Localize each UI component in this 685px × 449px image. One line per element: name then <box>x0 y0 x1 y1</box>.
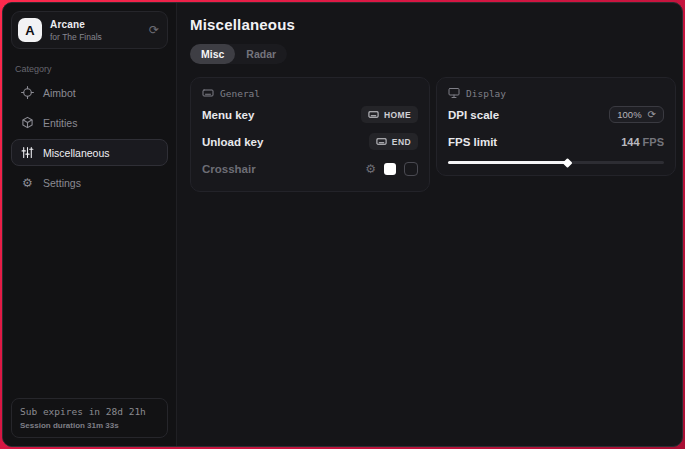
panels-row: General Menu key HOME Unload key <box>190 77 676 192</box>
slider-thumb[interactable] <box>562 158 572 168</box>
app-window: A Arcane for The Finals ⟳ Category Aimbo… <box>2 2 683 447</box>
display-panel: Display DPI scale 100% ⟳ FPS limit 144 <box>436 77 676 176</box>
keyboard-icon <box>368 109 379 120</box>
crosshair-settings-gear-icon[interactable]: ⚙ <box>365 163 376 175</box>
sidebar-item-aimbot[interactable]: Aimbot <box>11 79 168 106</box>
fps-limit-slider[interactable] <box>448 161 664 164</box>
dpi-scale-value: 100% <box>617 109 641 120</box>
unload-key-row: Unload key END <box>202 130 418 153</box>
tab-radar[interactable]: Radar <box>235 44 287 64</box>
entities-box-icon <box>21 116 34 129</box>
sidebar-item-label: Settings <box>43 177 81 189</box>
sidebar-nav: Aimbot Entities Miscellaneous <box>11 79 168 196</box>
app-subtitle: for The Finals <box>50 32 102 42</box>
sidebar-item-label: Aimbot <box>43 87 76 99</box>
tab-bar: Misc Radar <box>190 44 287 64</box>
display-panel-title: Display <box>466 88 506 99</box>
page-title: Miscellaneous <box>190 16 676 33</box>
gear-icon: ⚙ <box>21 176 34 189</box>
crosshair-row: Crosshair ⚙ <box>202 157 418 180</box>
general-panel-title: General <box>220 88 260 99</box>
menu-key-value: HOME <box>384 110 411 120</box>
crosshair-controls: ⚙ <box>365 162 418 176</box>
dpi-scale-select[interactable]: 100% ⟳ <box>609 106 664 123</box>
app-header-card: A Arcane for The Finals ⟳ <box>11 11 168 49</box>
tab-misc[interactable]: Misc <box>190 44 235 64</box>
dpi-scale-label: DPI scale <box>448 109 499 121</box>
sidebar-item-label: Entities <box>43 117 77 129</box>
display-panel-header: Display <box>448 87 664 99</box>
sidebar-item-miscellaneous[interactable]: Miscellaneous <box>11 139 168 166</box>
app-name: Arcane <box>50 19 102 30</box>
slider-fill <box>448 161 567 164</box>
category-label: Category <box>15 64 164 74</box>
sidebar-item-entities[interactable]: Entities <box>11 109 168 136</box>
refresh-icon[interactable]: ⟳ <box>147 22 161 38</box>
sliders-icon <box>21 146 34 159</box>
fps-limit-value: 144 FPS <box>621 136 664 148</box>
accent-backdrop: A Arcane for The Finals ⟳ Category Aimbo… <box>0 0 685 449</box>
fps-limit-label: FPS limit <box>448 136 497 148</box>
sidebar: A Arcane for The Finals ⟳ Category Aimbo… <box>3 3 177 446</box>
menu-key-bind-button[interactable]: HOME <box>361 106 418 123</box>
main-content: Miscellaneous Misc Radar General Menu ke… <box>177 3 683 446</box>
general-panel-header: General <box>202 87 418 99</box>
session-duration-text: Session duration 31m 33s <box>20 421 159 430</box>
sidebar-item-settings[interactable]: ⚙ Settings <box>11 169 168 196</box>
crosshair-label: Crosshair <box>202 163 256 175</box>
unload-key-value: END <box>392 137 411 147</box>
menu-key-row: Menu key HOME <box>202 103 418 126</box>
general-panel: General Menu key HOME Unload key <box>190 77 430 192</box>
keyboard-icon <box>202 87 214 99</box>
app-meta: Arcane for The Finals <box>50 19 102 42</box>
dpi-scale-row: DPI scale 100% ⟳ <box>448 103 664 126</box>
subscription-card: Sub expires in 28d 21h Session duration … <box>11 398 168 438</box>
crosshair-checkbox[interactable] <box>404 162 418 176</box>
fps-number: 144 <box>621 136 639 148</box>
menu-key-label: Menu key <box>202 109 254 121</box>
sidebar-item-label: Miscellaneous <box>43 147 110 159</box>
fps-unit: FPS <box>643 136 664 148</box>
app-logo: A <box>18 18 42 42</box>
keyboard-icon <box>376 136 387 147</box>
crosshair-icon <box>21 86 34 99</box>
fps-limit-row: FPS limit 144 FPS <box>448 130 664 153</box>
unload-key-label: Unload key <box>202 136 263 148</box>
crosshair-color-swatch[interactable] <box>384 163 396 175</box>
monitor-icon <box>448 87 460 99</box>
unload-key-bind-button[interactable]: END <box>369 133 418 150</box>
sub-expires-text: Sub expires in 28d 21h <box>20 406 159 417</box>
reset-icon: ⟳ <box>648 110 656 120</box>
